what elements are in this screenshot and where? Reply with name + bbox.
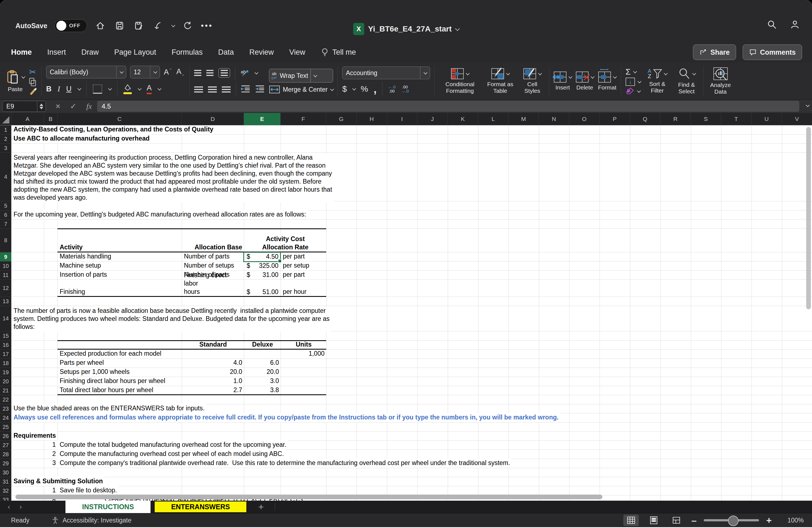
row-header[interactable]: 26 [0,431,11,441]
cell-c28-text[interactable]: Compute the manufacturing overhead cost … [57,450,286,459]
cell-a24-warning[interactable]: Always use cell references and formulas … [11,413,560,422]
col-header-f[interactable]: F [280,113,326,125]
cell-e12[interactable]: $51.00 [244,288,280,297]
cell-c27-text[interactable]: Compute the total budgeted manufacturing… [57,440,288,450]
col-header-q[interactable]: Q [630,113,661,125]
tab-page-layout[interactable]: Page Layout [114,48,156,57]
format-as-table-button[interactable]: Format as Table [485,68,516,94]
cell-a1-title[interactable]: Activity-Based Costing, Lean Operations,… [11,126,215,134]
cell-a26-requirements[interactable]: Requirements [11,431,57,440]
tab-review[interactable]: Review [249,48,274,57]
comma-button[interactable]: , [374,86,377,92]
formula-input[interactable]: 4.5 [97,101,799,112]
orientation-icon[interactable]: ab [240,68,250,78]
currency-button[interactable]: $ [342,84,347,93]
cut-icon[interactable]: ✂ [28,67,37,77]
tab-insert[interactable]: Insert [47,48,66,57]
col-header-r[interactable]: R [661,113,691,125]
autosave-toggle[interactable]: OFF [54,19,87,32]
cell-a31-saving[interactable]: Saving & Submitting Solution [11,477,104,486]
zoom-slider-thumb[interactable] [728,516,739,526]
select-all-corner[interactable] [0,113,11,125]
fill-color-button[interactable] [124,84,132,94]
row-header[interactable]: 16 [0,340,11,350]
conditional-formatting-button[interactable]: Conditional Formatting [439,68,481,94]
merge-center-button[interactable]: Merge & Center [269,85,333,93]
col-header-b[interactable]: B [44,113,57,125]
col-header-v[interactable]: V [782,113,812,125]
cell-selection-border[interactable] [243,252,281,262]
document-title[interactable]: Yi_BT6e_E4_27A_start [368,25,452,33]
font-color-button[interactable]: A [147,84,151,94]
number-format-select[interactable]: Accounting [342,67,430,79]
add-sheet-button[interactable]: + [247,501,275,513]
decrease-font-icon[interactable]: A⌄ [176,68,185,77]
cell-a4-paragraph[interactable]: Several years after reengineering its pr… [11,153,334,202]
autosum-button[interactable]: Σ [626,67,631,76]
col-header-m[interactable]: M [508,113,539,125]
copy-icon[interactable] [28,77,37,87]
row-header[interactable]: 22 [0,395,11,404]
decrease-indent-icon[interactable] [241,85,250,94]
zoom-out-button[interactable]: – [691,515,697,526]
name-box-steppers[interactable] [37,101,46,112]
cell-e11[interactable]: $31.00 [244,271,280,279]
col-header-k[interactable]: K [448,113,478,125]
next-sheet-icon[interactable]: › [19,503,22,511]
cell-d8-base-header[interactable]: Allocation Base [182,243,244,252]
cell-c8-activity-header[interactable]: Activity [57,243,84,252]
cell-e16-deluxe[interactable]: Deluxe [244,340,280,349]
name-box[interactable]: E9 [2,101,46,112]
cell-b32-num[interactable]: 1 [44,486,57,495]
cell-d20[interactable]: 1.0 [182,377,244,386]
accessibility-status[interactable]: Accessibility: Investigate [52,516,131,524]
horizontal-scrollbar[interactable] [15,495,603,499]
cell-c17[interactable]: Expected production for each model [57,349,163,358]
prev-sheet-icon[interactable]: ‹ [8,503,10,511]
font-color-chevron-icon[interactable] [157,87,161,91]
cell-f11[interactable]: per part [280,270,306,279]
undo-icon[interactable] [152,19,164,32]
formula-bar-expand-icon[interactable] [806,103,810,107]
cell-c11[interactable]: Insertion of parts [57,270,108,279]
tab-formulas[interactable]: Formulas [172,48,203,57]
cell-d12[interactable]: Finishing direct labor hours [182,271,244,297]
row-header-selected[interactable]: 9 [0,252,11,262]
row-header[interactable]: 13 [0,297,11,306]
cell-d9[interactable]: Number of parts [182,252,231,261]
increase-indent-icon[interactable] [255,85,265,94]
cell-f12[interactable]: per hour [280,288,308,297]
cancel-icon[interactable]: × [56,102,60,111]
row-header[interactable]: 7 [0,220,11,229]
cell-c21[interactable]: Total direct labor hours per wheel [57,386,155,395]
save-icon[interactable] [114,19,126,32]
paste-button[interactable]: Paste [6,70,24,92]
clear-button[interactable] [626,87,634,95]
borders-button[interactable] [93,85,102,93]
row-header[interactable]: 23 [0,404,11,413]
presence-icon[interactable] [789,18,801,30]
tab-view[interactable]: View [289,48,305,57]
font-name-select[interactable]: Calibri (Body) [46,66,126,78]
cell-d10[interactable]: Number of setups [182,261,236,270]
col-header-e[interactable]: E [244,113,280,125]
fill-down-button[interactable]: ↓ [626,78,635,86]
cell-d19[interactable]: 20.0 [182,368,244,377]
cell-f10[interactable]: per setup [280,261,311,270]
align-center-icon[interactable] [208,86,217,92]
row-header[interactable]: 5 [0,201,11,210]
row-header[interactable]: 4 [0,153,11,201]
cell-a23-note[interactable]: Use the blue shaded areas on the ENTERAN… [11,404,206,413]
row-header[interactable]: 30 [0,468,11,477]
cell-c18[interactable]: Parts per wheel [57,358,105,368]
cell-c32-text[interactable]: Save file to desktop. [57,486,118,495]
borders-chevron-icon[interactable] [108,87,112,91]
delete-cells-button[interactable]: Delete [576,72,594,91]
cell-c29-text[interactable]: Compute the company's traditional plantw… [57,459,512,468]
share-button[interactable]: Share [693,44,736,60]
cell-a6-text[interactable]: For the upcoming year, Dettling's budget… [11,210,308,219]
increase-font-icon[interactable]: A⌃ [164,68,172,76]
title-chevron-icon[interactable] [455,26,460,31]
cell-d16-standard[interactable]: Standard [182,340,244,349]
cell-e19[interactable]: 20.0 [244,368,280,377]
